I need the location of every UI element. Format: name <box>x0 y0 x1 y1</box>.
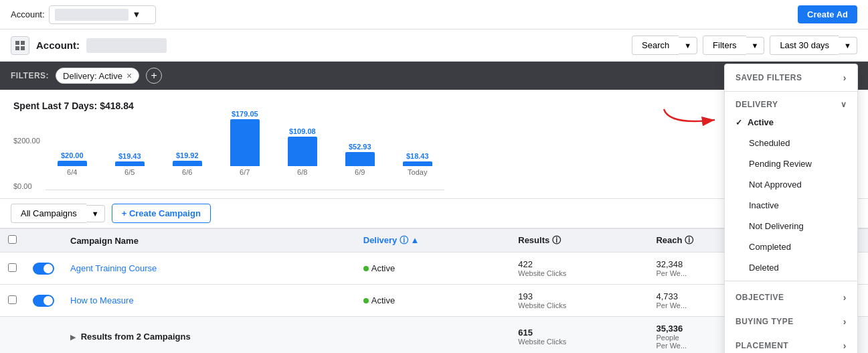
filters-button[interactable]: Filters <box>703 36 746 55</box>
date-group: Last 30 days ▼ <box>770 36 857 55</box>
account-label: Account: <box>11 9 45 19</box>
bar-value: $19.92 <box>176 151 199 159</box>
delivery-item-label: Not Delivering <box>749 221 804 231</box>
y-axis: $200.00 $0.00 <box>13 137 40 190</box>
delivery-item-not-approved[interactable]: Not Approved <box>725 174 857 195</box>
saved-filters-label: SAVED FILTERS <box>735 73 802 82</box>
bar-value: $20.00 <box>61 151 84 159</box>
bar-date: 6/9 <box>355 168 365 176</box>
delivery-item-deleted[interactable]: Deleted <box>725 257 857 278</box>
delivery-item-completed[interactable]: Completed <box>725 236 857 257</box>
summary-results-value: 615 <box>518 328 640 338</box>
saved-filters-header: SAVED FILTERS › <box>725 64 857 88</box>
delivery-item-not-delivering[interactable]: Not Delivering <box>725 216 857 236</box>
second-bar: Account: Search ▼ Filters ▼ Last 30 days… <box>0 29 868 62</box>
row-toggle-0[interactable] <box>33 263 54 275</box>
summary-results-label: Website Clicks <box>518 338 640 346</box>
all-campaigns-group: All Campaigns ▼ <box>11 204 105 223</box>
bar-rect <box>403 161 432 166</box>
account-input-placeholder <box>55 9 128 21</box>
summary-label-cell: ▶ Results from 2 Campaigns <box>62 317 355 354</box>
row-results: 422 Website Clicks <box>510 253 648 285</box>
filter-tag-remove-icon[interactable]: × <box>126 70 132 81</box>
placement-chevron-icon: › <box>843 340 847 351</box>
row-delivery: Active <box>355 253 511 285</box>
active-filter-tag[interactable]: Delivery: Active × <box>56 68 139 84</box>
delivery-label: DELIVERY <box>735 100 778 109</box>
svg-rect-0 <box>15 41 19 45</box>
campaign-name-link-1[interactable]: How to Measure <box>70 295 134 305</box>
buying-type-header[interactable]: BUYING TYPE › <box>725 308 857 332</box>
search-button[interactable]: Search <box>632 36 679 55</box>
header-toggle-cell <box>25 229 62 253</box>
summary-results: 615 Website Clicks <box>510 317 648 354</box>
search-group: Search ▼ <box>632 36 697 55</box>
date-dropdown-button[interactable]: ▼ <box>839 37 857 54</box>
date-button[interactable]: Last 30 days <box>770 36 839 55</box>
bar-rect <box>173 161 202 166</box>
header-campaign-name: Campaign Name <box>62 229 355 253</box>
row-campaign-name: Agent Training Course <box>62 253 355 285</box>
account-dropdown[interactable]: ▼ <box>49 5 156 24</box>
campaigns-left: All Campaigns ▼ + Create Campaign <box>11 204 211 223</box>
summary-arrow-icon: ▶ <box>70 333 76 341</box>
add-filter-button[interactable]: + <box>146 68 162 84</box>
svg-rect-1 <box>21 41 25 45</box>
y-axis-top: $200.00 <box>13 137 40 145</box>
divider-1 <box>725 91 857 92</box>
filters-dropdown-button[interactable]: ▼ <box>746 37 765 54</box>
bar-date: Today <box>408 168 427 176</box>
delivery-chevron-icon: ∨ <box>841 100 847 109</box>
create-campaign-button[interactable]: + Create Campaign <box>112 204 211 223</box>
summary-checkbox-cell <box>0 317 25 354</box>
objective-label: OBJECTIVE <box>735 293 784 302</box>
bar-value: $179.05 <box>232 110 258 118</box>
grid-view-icon[interactable] <box>11 36 29 55</box>
bar-group: $109.086/8 <box>276 127 329 176</box>
delivery-header: DELIVERY ∨ <box>725 94 857 112</box>
delivery-item-label: Inactive <box>749 200 779 210</box>
row-results-value-1: 193 <box>518 291 640 301</box>
bar-date: 6/4 <box>67 168 77 176</box>
row-checkbox-1[interactable] <box>8 295 17 304</box>
delivery-dot-0 <box>363 266 369 271</box>
svg-rect-2 <box>15 46 19 50</box>
bar-rect <box>230 119 260 166</box>
create-ad-button[interactable]: Create Ad <box>798 5 857 23</box>
account-label-row: Account: <box>11 36 167 55</box>
placement-header[interactable]: PLACEMENT › <box>725 332 857 353</box>
header-delivery[interactable]: Delivery ⓘ ▲ <box>355 229 511 253</box>
campaign-name-link-0[interactable]: Agent Training Course <box>70 263 157 273</box>
row-checkbox-0[interactable] <box>8 263 17 272</box>
delivery-item-active[interactable]: ✓Active <box>725 112 857 133</box>
delivery-item-scheduled[interactable]: Scheduled <box>725 133 857 153</box>
search-dropdown-button[interactable]: ▼ <box>679 37 697 54</box>
row-checkbox-cell <box>0 253 25 285</box>
summary-delivery <box>355 317 511 354</box>
account-name-box <box>86 38 167 53</box>
row-results: 193 Website Clicks <box>510 285 648 317</box>
row-campaign-name: How to Measure <box>62 285 355 317</box>
check-icon: ✓ <box>735 118 742 127</box>
filters-group: Filters ▼ <box>703 36 764 55</box>
select-all-checkbox[interactable] <box>8 235 17 244</box>
header-results: Results ⓘ <box>510 229 648 253</box>
bar-date: 6/8 <box>297 168 307 176</box>
row-toggle-1[interactable] <box>33 295 54 307</box>
row-results-value-0: 422 <box>518 259 640 269</box>
all-campaigns-dropdown-button[interactable]: ▼ <box>86 205 105 222</box>
delivery-item-inactive[interactable]: Inactive <box>725 195 857 216</box>
bar-date: 6/7 <box>240 168 250 176</box>
header-checkbox-cell <box>0 229 25 253</box>
all-campaigns-button[interactable]: All Campaigns <box>11 204 86 223</box>
bar-group: $19.436/5 <box>103 152 157 176</box>
bar-value: $52.93 <box>349 143 371 151</box>
row-toggle-cell <box>25 253 62 285</box>
delivery-item-pending-review[interactable]: Pending Review <box>725 153 857 174</box>
objective-header[interactable]: OBJECTIVE › <box>725 284 857 308</box>
dropdown-arrow-icon: ▼ <box>133 9 141 19</box>
bar-rect <box>288 137 317 166</box>
bar-rect <box>58 161 87 166</box>
bar-group: $52.936/9 <box>333 143 387 176</box>
bar-value: $18.43 <box>406 152 429 160</box>
